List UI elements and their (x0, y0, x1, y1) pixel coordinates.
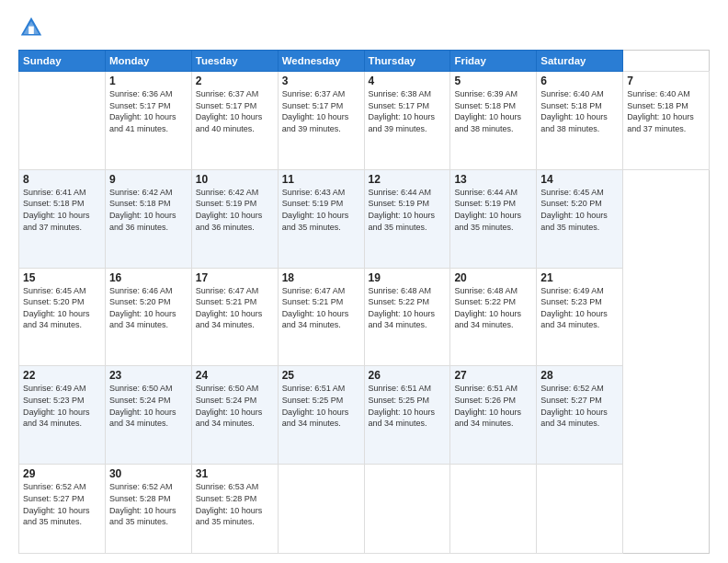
day-info: Sunrise: 6:52 AM Sunset: 5:27 PM Dayligh… (540, 383, 619, 429)
day-number: 2 (196, 75, 274, 87)
calendar-week-row: 1Sunrise: 6:36 AM Sunset: 5:17 PM Daylig… (19, 72, 710, 170)
day-info: Sunrise: 6:41 AM Sunset: 5:18 PM Dayligh… (23, 187, 101, 233)
day-info: Sunrise: 6:49 AM Sunset: 5:23 PM Dayligh… (23, 383, 101, 429)
calendar-cell: 28Sunrise: 6:52 AM Sunset: 5:27 PM Dayli… (537, 366, 623, 465)
day-number: 22 (23, 369, 101, 382)
day-number: 21 (540, 271, 619, 284)
logo (18, 15, 48, 40)
day-info: Sunrise: 6:39 AM Sunset: 5:18 PM Dayligh… (454, 88, 532, 134)
calendar-cell: 20Sunrise: 6:48 AM Sunset: 5:22 PM Dayli… (450, 268, 537, 366)
day-number: 9 (109, 173, 188, 186)
weekday-header: Saturday (537, 51, 623, 72)
calendar-cell: 22Sunrise: 6:49 AM Sunset: 5:23 PM Dayli… (19, 366, 106, 465)
day-number: 11 (282, 173, 360, 186)
day-info: Sunrise: 6:53 AM Sunset: 5:28 PM Dayligh… (196, 481, 274, 527)
calendar-cell: 23Sunrise: 6:50 AM Sunset: 5:24 PM Dayli… (105, 366, 191, 465)
day-number: 26 (369, 369, 447, 382)
weekday-header: Tuesday (191, 51, 278, 72)
day-number: 19 (369, 271, 447, 284)
day-info: Sunrise: 6:42 AM Sunset: 5:19 PM Dayligh… (196, 187, 274, 233)
day-number: 24 (196, 369, 274, 382)
calendar-cell: 25Sunrise: 6:51 AM Sunset: 5:25 PM Dayli… (278, 366, 364, 465)
calendar-week-row: 15Sunrise: 6:45 AM Sunset: 5:20 PM Dayli… (19, 268, 710, 366)
day-number: 10 (196, 173, 274, 186)
page: SundayMondayTuesdayWednesdayThursdayFrid… (0, 0, 728, 563)
day-info: Sunrise: 6:48 AM Sunset: 5:22 PM Dayligh… (369, 285, 447, 331)
day-number: 20 (454, 271, 532, 284)
weekday-header: Thursday (364, 51, 450, 72)
calendar-cell: 6Sunrise: 6:40 AM Sunset: 5:18 PM Daylig… (537, 72, 623, 170)
day-info: Sunrise: 6:50 AM Sunset: 5:24 PM Dayligh… (109, 383, 188, 429)
calendar-cell: 17Sunrise: 6:47 AM Sunset: 5:21 PM Dayli… (191, 268, 278, 366)
calendar-cell (278, 465, 364, 554)
day-info: Sunrise: 6:51 AM Sunset: 5:26 PM Dayligh… (454, 383, 532, 429)
day-number: 1 (109, 75, 188, 87)
calendar-cell: 30Sunrise: 6:52 AM Sunset: 5:28 PM Dayli… (105, 465, 191, 554)
day-number: 6 (540, 75, 619, 87)
calendar-cell: 13Sunrise: 6:44 AM Sunset: 5:19 PM Dayli… (450, 169, 537, 268)
day-info: Sunrise: 6:45 AM Sunset: 5:20 PM Dayligh… (540, 187, 619, 233)
day-info: Sunrise: 6:37 AM Sunset: 5:17 PM Dayligh… (282, 88, 360, 134)
day-info: Sunrise: 6:40 AM Sunset: 5:18 PM Dayligh… (540, 88, 619, 134)
day-number: 23 (109, 369, 188, 382)
day-info: Sunrise: 6:49 AM Sunset: 5:23 PM Dayligh… (540, 285, 619, 331)
logo-icon (18, 15, 44, 40)
calendar-cell: 10Sunrise: 6:42 AM Sunset: 5:19 PM Dayli… (191, 169, 278, 268)
day-info: Sunrise: 6:51 AM Sunset: 5:25 PM Dayligh… (282, 383, 360, 429)
calendar-cell (364, 465, 450, 554)
calendar-header-row: SundayMondayTuesdayWednesdayThursdayFrid… (19, 51, 710, 72)
day-number: 27 (454, 369, 532, 382)
weekday-header: Sunday (19, 51, 106, 72)
day-info: Sunrise: 6:43 AM Sunset: 5:19 PM Dayligh… (282, 187, 360, 233)
day-number: 3 (282, 75, 360, 87)
day-info: Sunrise: 6:50 AM Sunset: 5:24 PM Dayligh… (196, 383, 274, 429)
calendar-cell: 16Sunrise: 6:46 AM Sunset: 5:20 PM Dayli… (105, 268, 191, 366)
day-number: 30 (109, 467, 188, 480)
day-number: 14 (540, 173, 619, 186)
day-number: 28 (540, 369, 619, 382)
calendar-table: SundayMondayTuesdayWednesdayThursdayFrid… (18, 50, 710, 554)
calendar-week-row: 22Sunrise: 6:49 AM Sunset: 5:23 PM Dayli… (19, 366, 710, 465)
day-info: Sunrise: 6:38 AM Sunset: 5:17 PM Dayligh… (369, 88, 447, 134)
day-info: Sunrise: 6:44 AM Sunset: 5:19 PM Dayligh… (454, 187, 532, 233)
day-number: 13 (454, 173, 532, 186)
calendar-cell: 5Sunrise: 6:39 AM Sunset: 5:18 PM Daylig… (450, 72, 537, 170)
calendar-cell: 19Sunrise: 6:48 AM Sunset: 5:22 PM Dayli… (364, 268, 450, 366)
calendar-cell: 2Sunrise: 6:37 AM Sunset: 5:17 PM Daylig… (191, 72, 278, 170)
day-info: Sunrise: 6:48 AM Sunset: 5:22 PM Dayligh… (454, 285, 532, 331)
calendar-cell: 21Sunrise: 6:49 AM Sunset: 5:23 PM Dayli… (537, 268, 623, 366)
day-info: Sunrise: 6:42 AM Sunset: 5:18 PM Dayligh… (109, 187, 188, 233)
day-info: Sunrise: 6:44 AM Sunset: 5:19 PM Dayligh… (369, 187, 447, 233)
day-info: Sunrise: 6:51 AM Sunset: 5:25 PM Dayligh… (369, 383, 447, 429)
day-number: 29 (23, 467, 101, 480)
calendar-cell: 29Sunrise: 6:52 AM Sunset: 5:27 PM Dayli… (19, 465, 106, 554)
day-number: 25 (282, 369, 360, 382)
day-number: 8 (23, 173, 101, 186)
day-number: 5 (454, 75, 532, 87)
day-info: Sunrise: 6:36 AM Sunset: 5:17 PM Dayligh… (109, 88, 188, 134)
day-number: 15 (23, 271, 101, 284)
day-info: Sunrise: 6:40 AM Sunset: 5:18 PM Dayligh… (627, 88, 705, 134)
weekday-header: Friday (450, 51, 537, 72)
svg-rect-2 (28, 27, 34, 34)
calendar-cell: 11Sunrise: 6:43 AM Sunset: 5:19 PM Dayli… (278, 169, 364, 268)
calendar-cell (19, 72, 106, 170)
day-info: Sunrise: 6:52 AM Sunset: 5:27 PM Dayligh… (23, 481, 101, 527)
calendar-cell (450, 465, 537, 554)
day-info: Sunrise: 6:47 AM Sunset: 5:21 PM Dayligh… (196, 285, 274, 331)
calendar-cell: 4Sunrise: 6:38 AM Sunset: 5:17 PM Daylig… (364, 72, 450, 170)
day-info: Sunrise: 6:45 AM Sunset: 5:20 PM Dayligh… (23, 285, 101, 331)
calendar-cell: 1Sunrise: 6:36 AM Sunset: 5:17 PM Daylig… (105, 72, 191, 170)
calendar-cell: 14Sunrise: 6:45 AM Sunset: 5:20 PM Dayli… (537, 169, 623, 268)
weekday-header: Wednesday (278, 51, 364, 72)
weekday-header: Monday (105, 51, 191, 72)
calendar-cell: 27Sunrise: 6:51 AM Sunset: 5:26 PM Dayli… (450, 366, 537, 465)
calendar-cell: 15Sunrise: 6:45 AM Sunset: 5:20 PM Dayli… (19, 268, 106, 366)
day-number: 4 (369, 75, 447, 87)
day-info: Sunrise: 6:52 AM Sunset: 5:28 PM Dayligh… (109, 481, 188, 527)
calendar-cell: 26Sunrise: 6:51 AM Sunset: 5:25 PM Dayli… (364, 366, 450, 465)
header (18, 15, 710, 40)
day-number: 7 (627, 75, 705, 87)
day-number: 12 (369, 173, 447, 186)
day-number: 18 (282, 271, 360, 284)
